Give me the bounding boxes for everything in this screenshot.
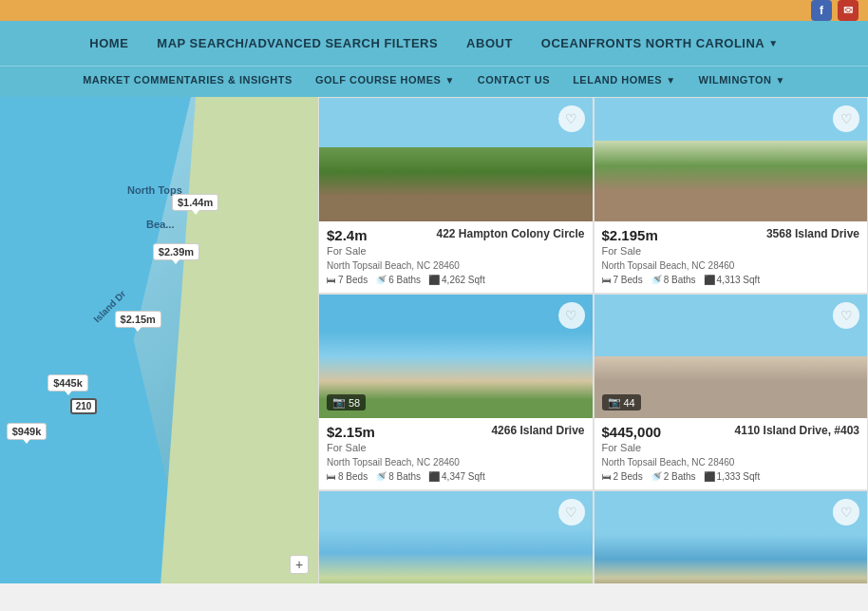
listing-top: $2.195m 3568 Island Drive <box>602 227 860 243</box>
nav-about[interactable]: ABOUT <box>466 36 513 50</box>
listing-status: For Sale <box>327 442 585 453</box>
nav-home[interactable]: HOME <box>89 36 128 50</box>
listing-price: $2.15m <box>327 424 375 440</box>
listing-details: 🛏 2 Beds 🚿 2 Baths ⬛ 1,333 Sqft <box>602 471 860 482</box>
favorite-button[interactable]: ♡ <box>558 499 585 525</box>
sqft-detail: ⬛ 1,333 Sqft <box>704 471 761 482</box>
listing-price: $2.195m <box>602 227 658 243</box>
map-pin-3[interactable]: $2.15m <box>115 311 161 328</box>
top-bar: f ✉ <box>0 0 868 21</box>
listing-image: 📷 44 ♡ <box>594 295 868 418</box>
baths-detail: 🚿 6 Baths <box>375 275 421 285</box>
listing-address: 4110 Island Drive, #403 <box>735 424 859 437</box>
nav-wilmington-arrow: ▼ <box>775 75 784 86</box>
listing-status: For Sale <box>602 245 860 257</box>
photo-count: 📷 44 <box>602 394 641 411</box>
listing-details: 🛏 7 Beds 🚿 8 Baths ⬛ 4,313 Sqft <box>602 275 860 285</box>
listing-card[interactable]: ♡ <box>594 490 869 583</box>
nav-golf[interactable]: GOLF COURSE HOMES ▼ <box>315 74 455 86</box>
listing-location: North Topsail Beach, NC 28460 <box>327 260 585 271</box>
nav-contact[interactable]: CONTACT US <box>478 74 550 86</box>
map-highway-badge: 210 <box>70 398 98 414</box>
nav-wrapper: HOME MAP SEARCH/ADVANCED SEARCH FILTERS … <box>0 21 868 97</box>
listing-card[interactable]: ♡ $2.195m 3568 Island Drive For Sale Nor… <box>594 97 869 294</box>
listing-info: $2.4m 422 Hampton Colony Circle For Sale… <box>319 221 593 293</box>
listing-image: ♡ <box>319 98 593 221</box>
nav-market[interactable]: MARKET COMMENTARIES & INSIGHTS <box>83 74 292 86</box>
favorite-button[interactable]: ♡ <box>558 302 585 329</box>
listing-image: ♡ <box>319 491 593 583</box>
sqft-detail: ⬛ 4,347 Sqft <box>428 471 485 482</box>
listing-location: North Topsail Beach, NC 28460 <box>327 457 585 468</box>
baths-detail: 🚿 8 Baths <box>651 275 696 285</box>
listing-card[interactable]: ♡ <box>318 490 594 583</box>
favorite-button[interactable]: ♡ <box>833 499 859 525</box>
listing-image: 📷 58 ♡ <box>319 295 593 418</box>
favorite-button[interactable]: ♡ <box>833 105 859 132</box>
map-pin-2[interactable]: $2.39m <box>153 243 199 260</box>
nav-map-search[interactable]: MAP SEARCH/ADVANCED SEARCH FILTERS <box>157 36 438 50</box>
listing-price: $445,000 <box>602 424 662 440</box>
email-icon[interactable]: ✉ <box>838 0 859 21</box>
listings-panel: ♡ $2.4m 422 Hampton Colony Circle For Sa… <box>318 97 868 583</box>
beds-detail: 🛏 8 Beds <box>327 471 368 482</box>
favorite-button[interactable]: ♡ <box>558 105 585 132</box>
map-water <box>0 97 191 583</box>
listing-card[interactable]: 📷 58 ♡ $2.15m 4266 Island Drive For Sale… <box>318 294 594 490</box>
listing-top: $2.4m 422 Hampton Colony Circle <box>327 227 585 243</box>
nav-golf-arrow: ▼ <box>444 75 454 86</box>
listing-price: $2.4m <box>327 227 368 243</box>
nav-oceanfronts[interactable]: OCEANFRONTS NORTH CAROLINA ▼ <box>541 36 779 50</box>
nav-wilmington[interactable]: WILMINGTON ▼ <box>699 74 785 86</box>
photo-count: 📷 58 <box>327 394 366 411</box>
listing-info: $2.15m 4266 Island Drive For Sale North … <box>319 418 593 489</box>
nav-leland-arrow: ▼ <box>666 75 675 86</box>
listing-details: 🛏 8 Beds 🚿 8 Baths ⬛ 4,347 Sqft <box>327 471 585 482</box>
favorite-button[interactable]: ♡ <box>833 302 859 329</box>
beds-detail: 🛏 7 Beds <box>327 275 368 285</box>
listing-card[interactable]: ♡ $2.4m 422 Hampton Colony Circle For Sa… <box>318 97 594 294</box>
main-content: Island Dr North Tops Bea... $1.44m $2.39… <box>0 97 868 583</box>
listing-address: 422 Hampton Colony Circle <box>436 227 584 240</box>
listing-image: ♡ <box>594 491 868 583</box>
map-pin-5[interactable]: $949k <box>7 423 47 440</box>
listing-status: For Sale <box>602 442 860 453</box>
primary-nav: HOME MAP SEARCH/ADVANCED SEARCH FILTERS … <box>0 21 868 66</box>
listing-image: ♡ <box>594 98 868 221</box>
facebook-icon[interactable]: f <box>811 0 832 21</box>
nav-leland[interactable]: LELAND HOMES ▼ <box>573 74 675 86</box>
listing-address: 4266 Island Drive <box>491 424 584 437</box>
nav-oceanfronts-arrow: ▼ <box>768 38 778 48</box>
listing-location: North Topsail Beach, NC 28460 <box>602 260 860 271</box>
listing-top: $445,000 4110 Island Drive, #403 <box>602 424 860 440</box>
beds-detail: 🛏 2 Beds <box>602 471 643 482</box>
sqft-detail: ⬛ 4,313 Sqft <box>704 275 761 285</box>
baths-detail: 🚿 8 Baths <box>375 471 421 482</box>
map-panel[interactable]: Island Dr North Tops Bea... $1.44m $2.39… <box>0 97 318 583</box>
listing-top: $2.15m 4266 Island Drive <box>327 424 585 440</box>
map-pin-1[interactable]: $1.44m <box>172 194 218 211</box>
listing-location: North Topsail Beach, NC 28460 <box>602 457 860 468</box>
listing-info: $445,000 4110 Island Drive, #403 For Sal… <box>594 418 868 489</box>
sqft-detail: ⬛ 4,262 Sqft <box>428 275 485 285</box>
map-pin-4[interactable]: $445k <box>47 374 88 391</box>
secondary-nav: MARKET COMMENTARIES & INSIGHTS GOLF COUR… <box>0 66 868 97</box>
map-zoom-in[interactable]: + <box>290 555 309 574</box>
baths-detail: 🚿 2 Baths <box>651 471 696 482</box>
listing-details: 🛏 7 Beds 🚿 6 Baths ⬛ 4,262 Sqft <box>327 275 585 285</box>
beds-detail: 🛏 7 Beds <box>602 275 643 285</box>
listing-address: 3568 Island Drive <box>766 227 859 240</box>
listing-card[interactable]: 📷 44 ♡ $445,000 4110 Island Drive, #403 … <box>594 294 869 490</box>
listing-info: $2.195m 3568 Island Drive For Sale North… <box>594 221 868 293</box>
map-area-label-2: Bea... <box>146 219 174 230</box>
social-icons: f ✉ <box>811 0 859 21</box>
map-background: Island Dr North Tops Bea... $1.44m $2.39… <box>0 97 318 583</box>
listing-status: For Sale <box>327 245 585 257</box>
